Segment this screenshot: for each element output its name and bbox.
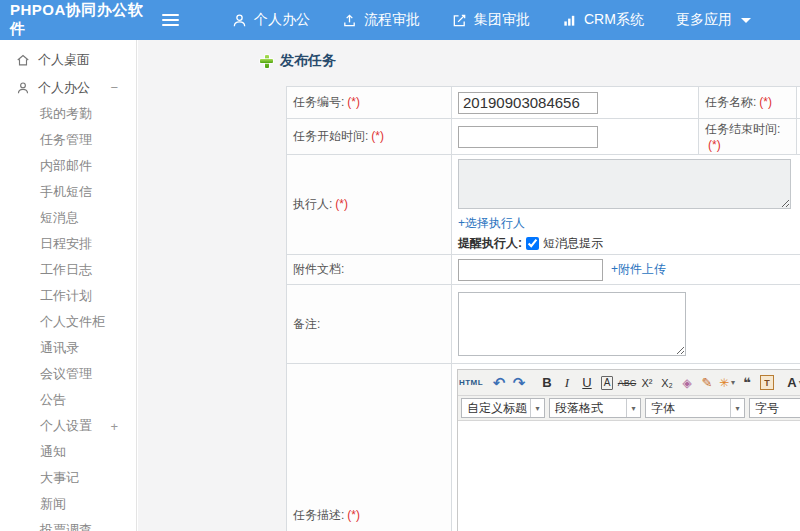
- expand-icon[interactable]: +: [110, 419, 118, 434]
- rich-text-editor: HTML ↶ ↷ B I U A ABC X² X₂ ◈ ✎: [457, 369, 800, 531]
- font-size-select[interactable]: 字号 ▾: [749, 398, 800, 418]
- task-number-label: 任务编号:(*): [287, 87, 452, 119]
- user-icon: [232, 13, 247, 28]
- nav-item-label: 个人办公: [254, 11, 310, 29]
- sidebar-item-work-plan[interactable]: 工作计划: [0, 283, 136, 309]
- nav-item-crm[interactable]: CRM系统: [546, 0, 660, 40]
- nav-item-label: CRM系统: [584, 11, 644, 29]
- undo-icon[interactable]: ↶: [489, 372, 509, 393]
- sidebar-item-file-cabinet[interactable]: 个人文件柜: [0, 309, 136, 335]
- paste-button[interactable]: T: [757, 372, 777, 393]
- task-number-input[interactable]: [458, 92, 598, 114]
- task-name-label: 任务名称:(*): [699, 87, 797, 119]
- sidebar-item-desktop[interactable]: 个人桌面: [0, 46, 136, 74]
- custom-heading-select[interactable]: 自定义标题 ▾: [461, 398, 545, 418]
- font-color-button[interactable]: A▾: [785, 372, 800, 393]
- sidebar-item-label: 个人桌面: [38, 51, 90, 69]
- html-source-button[interactable]: HTML: [461, 372, 481, 393]
- attachment-input[interactable]: [458, 259, 603, 281]
- required-mark: (*): [335, 197, 348, 211]
- caret-down-icon: ▾: [731, 378, 735, 387]
- nav-item-process-approval[interactable]: 流程审批: [326, 0, 436, 40]
- format-brush-icon[interactable]: ✎: [697, 372, 717, 393]
- add-task-icon: [260, 55, 273, 68]
- attachment-label: 附件文档:: [287, 255, 452, 285]
- sidebar-item-contacts[interactable]: 通讯录: [0, 335, 136, 361]
- select-executor-link[interactable]: +选择执行人: [458, 216, 525, 230]
- italic-button[interactable]: I: [557, 372, 577, 393]
- remark-textarea[interactable]: [458, 292, 686, 356]
- process-approval-icon: [342, 13, 357, 28]
- table-row: 附件文档: +附件上传: [287, 255, 800, 285]
- start-time-input[interactable]: [458, 126, 598, 148]
- sidebar-item-sms[interactable]: 手机短信: [0, 179, 136, 205]
- nav-item-label: 集团审批: [474, 11, 530, 29]
- table-row: 任务开始时间:(*) 任务结束时间:(*): [287, 119, 800, 155]
- home-icon: [16, 53, 30, 67]
- required-mark: (*): [708, 138, 721, 152]
- page-header: 发布任务: [260, 52, 336, 70]
- sidebar-item-notice[interactable]: 通知: [0, 439, 136, 465]
- sidebar-item-work-log[interactable]: 工作日志: [0, 257, 136, 283]
- required-mark: (*): [347, 95, 360, 109]
- caret-down-icon: [741, 18, 751, 23]
- paragraph-format-select[interactable]: 段落格式 ▾: [549, 398, 641, 418]
- bold-button[interactable]: B: [537, 372, 557, 393]
- nav-item-more-apps[interactable]: 更多应用: [660, 0, 767, 40]
- publish-task-form: 任务编号:(*) 任务名称:(*) 任务开始时间:(*) 任务结束时间:(*): [286, 86, 800, 531]
- caret-down-icon: ▾: [530, 399, 544, 417]
- table-row: 任务描述:(*) HTML ↶ ↷ B I U A ABC X²: [287, 364, 800, 531]
- sidebar-item-schedule[interactable]: 日程安排: [0, 231, 136, 257]
- main-menu: 个人办公 流程审批 集团审批 CRM系统 更多应用: [216, 0, 767, 40]
- remind-executor-label: 提醒执行人:: [458, 235, 522, 252]
- sidebar-item-label: 个人办公: [38, 79, 90, 97]
- quick-format-button[interactable]: ✳▾: [717, 372, 737, 393]
- sidebar-item-news[interactable]: 新闻: [0, 491, 136, 517]
- underline-button[interactable]: U: [577, 372, 597, 393]
- sidebar-item-announcement[interactable]: 公告: [0, 387, 136, 413]
- superscript-button[interactable]: X²: [637, 372, 657, 393]
- sidebar-item-meeting[interactable]: 会议管理: [0, 361, 136, 387]
- sidebar-item-my-attendance[interactable]: 我的考勤: [0, 101, 136, 127]
- redo-icon[interactable]: ↷: [509, 372, 529, 393]
- start-time-label: 任务开始时间:(*): [287, 119, 452, 155]
- executor-textarea[interactable]: [458, 159, 791, 209]
- sidebar-item-internal-mail[interactable]: 内部邮件: [0, 153, 136, 179]
- eraser-icon[interactable]: ◈: [677, 372, 697, 393]
- table-row: 任务编号:(*) 任务名称:(*): [287, 87, 800, 119]
- executor-label: 执行人:(*): [287, 155, 452, 255]
- sidebar-item-personal-office[interactable]: 个人办公 −: [0, 74, 136, 101]
- sidebar-item-short-message[interactable]: 短消息: [0, 205, 136, 231]
- attachment-upload-link[interactable]: +附件上传: [611, 261, 666, 278]
- main-content: 发布任务 任务编号:(*) 任务名称:(*) 任务开始时间:(*) 任务结束时: [138, 40, 800, 531]
- required-mark: (*): [759, 95, 772, 109]
- nav-item-group-approval[interactable]: 集团审批: [436, 0, 546, 40]
- nav-item-label: 更多应用: [676, 11, 732, 29]
- required-mark: (*): [347, 508, 360, 522]
- caret-down-icon: ▾: [730, 399, 744, 417]
- end-time-label: 任务结束时间:(*): [699, 119, 797, 155]
- table-row: 执行人:(*) +选择执行人 提醒执行人: 短消息提示: [287, 155, 800, 255]
- page-title: 发布任务: [280, 52, 336, 70]
- sidebar-item-vote[interactable]: 投票调查: [0, 517, 136, 531]
- hamburger-menu-icon[interactable]: [150, 14, 190, 26]
- nav-item-personal-office[interactable]: 个人办公: [216, 0, 326, 40]
- sidebar-item-task-management[interactable]: 任务管理: [0, 127, 136, 153]
- sidebar-item-events[interactable]: 大事记: [0, 465, 136, 491]
- sidebar-item-personal-settings[interactable]: 个人设置 +: [0, 413, 136, 439]
- strikethrough-button[interactable]: ABC: [617, 372, 637, 393]
- border-a-button[interactable]: A: [601, 376, 614, 390]
- magic-wand-icon: ✳: [719, 376, 729, 390]
- font-family-select[interactable]: 字体 ▾: [645, 398, 745, 418]
- subscript-button[interactable]: X₂: [657, 372, 677, 393]
- editor-content-area[interactable]: [458, 421, 800, 531]
- edit-square-icon: [452, 13, 467, 28]
- collapse-icon[interactable]: −: [110, 80, 118, 95]
- bar-chart-icon: [562, 13, 577, 28]
- blockquote-icon[interactable]: ❝: [737, 372, 757, 393]
- required-mark: (*): [371, 129, 384, 143]
- table-row: 备注:: [287, 285, 800, 364]
- top-navbar: PHPOA协同办公软件 个人办公 流程审批 集团审批 CRM系统 更多应用: [0, 0, 800, 40]
- sidebar: 个人桌面 个人办公 − 我的考勤 任务管理 内部邮件 手机短信 短消息 日程安排…: [0, 40, 137, 531]
- sms-remind-checkbox[interactable]: [526, 237, 539, 250]
